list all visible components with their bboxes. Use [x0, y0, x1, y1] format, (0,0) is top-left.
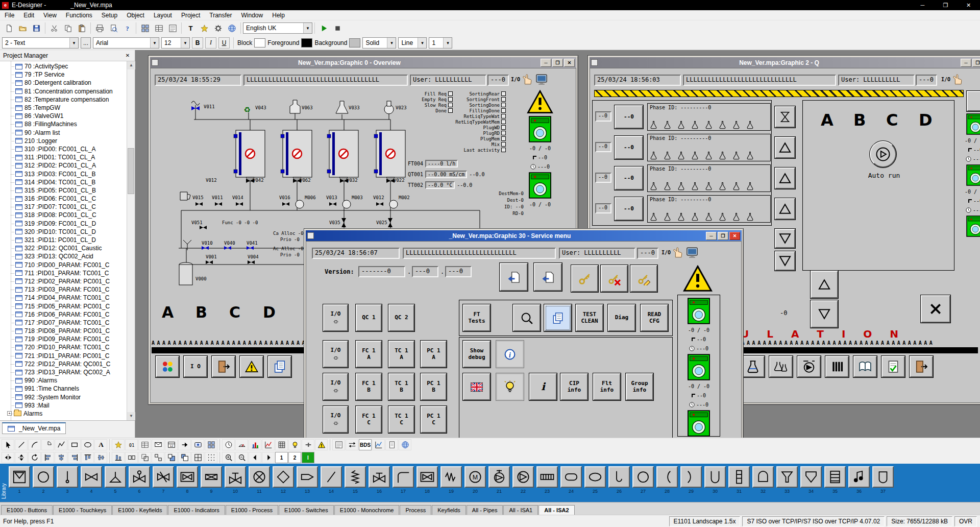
tree-item[interactable]: 86 :ValveGW1	[0, 112, 127, 120]
library-symbol-cell[interactable]: 10	[224, 466, 247, 494]
library-tab[interactable]: E1000 - Switches	[279, 505, 334, 515]
list-tool-button[interactable]	[332, 439, 345, 450]
library-tab[interactable]: E1000 - Indicators	[168, 505, 225, 515]
label-1-tool-button[interactable]: 1	[275, 452, 288, 463]
group-tool-button[interactable]	[138, 452, 151, 463]
tree-item[interactable]: 991 :Time Channels	[0, 385, 127, 393]
rect-tool-button[interactable]	[68, 439, 81, 450]
help-button[interactable]: ?	[120, 22, 134, 34]
tree-item[interactable]: 90 :Alarm list	[0, 129, 127, 137]
phase-select-button[interactable]: --0	[615, 197, 643, 221]
beaker-screen-button[interactable]	[741, 356, 765, 377]
library-symbol-cell[interactable]: 2	[32, 466, 55, 494]
loop-button[interactable]: QC 2	[388, 304, 414, 331]
tree-item[interactable]: 317 :PID07: TC001_CL_C	[0, 203, 127, 211]
page-export-button[interactable]	[500, 263, 528, 291]
tree-item[interactable]: 321 :PID11: PC001_CL_D	[0, 236, 127, 244]
tree-item[interactable]: 81 :Concentration compensation	[0, 87, 127, 95]
block-color-swatch[interactable]	[254, 38, 265, 47]
library-symbol-cell[interactable]: 36	[848, 466, 870, 494]
menu-item-layout[interactable]: Layout	[149, 11, 177, 20]
keyx-button[interactable]	[601, 265, 628, 292]
diagram-tool-button[interactable]	[372, 439, 385, 450]
tree-item[interactable]: 712 :PID02_PARAM: PC001_C	[0, 277, 127, 285]
menu-item-view[interactable]: View	[39, 11, 61, 20]
tree-item[interactable]: 319 :PID09: FC001_CL_D	[0, 220, 127, 228]
service-button[interactable]: Flt info	[593, 373, 621, 400]
tree-item[interactable]: 310 :PID00: FC001_CL_A	[0, 145, 127, 153]
service-button[interactable]: i	[529, 373, 557, 400]
library-tab[interactable]: E1000 - Monochrome	[334, 505, 400, 515]
phase-step-button[interactable]	[775, 198, 795, 220]
library-symbol-cell[interactable]: 28	[656, 466, 678, 494]
library-symbol-cell[interactable]: 6	[128, 466, 151, 494]
bar-tool-button[interactable]	[249, 439, 261, 450]
blank-button[interactable]	[967, 91, 980, 111]
app-minimize-button[interactable]: ─	[911, 0, 934, 10]
library-symbol-cell[interactable]: 30	[704, 466, 726, 494]
page-export-button[interactable]	[534, 263, 562, 291]
print-button[interactable]	[93, 22, 106, 34]
align-top-tool-button[interactable]	[81, 452, 94, 463]
flip-h-tool-button[interactable]	[2, 452, 14, 463]
save-button[interactable]	[30, 22, 43, 34]
tree-item[interactable]: 210 :Logger	[0, 137, 127, 145]
align-middle-tool-button[interactable]	[94, 452, 107, 463]
palette-screen-button[interactable]	[156, 356, 179, 377]
line-tool-button[interactable]	[15, 439, 28, 450]
scroll-thumb[interactable]	[128, 148, 134, 194]
door-screen-button[interactable]	[212, 356, 235, 377]
magnify-button[interactable]	[513, 304, 541, 331]
library-symbol-cell[interactable]: 14	[320, 466, 342, 494]
io-indicator[interactable]: I/O	[941, 74, 963, 85]
io-button[interactable]: I/O	[323, 406, 348, 433]
same-size-tool-button[interactable]	[125, 452, 138, 463]
menu-item-object[interactable]: Object	[122, 11, 149, 20]
library-symbol-cell[interactable]: 22	[512, 466, 534, 494]
library-symbol-cell[interactable]: 37	[872, 466, 894, 494]
phase-select-button[interactable]: --0	[615, 136, 643, 159]
foreground-color-swatch[interactable]	[301, 38, 312, 47]
trend-tool-button[interactable]	[262, 439, 275, 450]
cut-button[interactable]	[47, 22, 61, 34]
tree-item[interactable]: 716 :PID06_PARAM: FC001_C	[0, 310, 127, 319]
library-tab[interactable]: All - Pipes	[467, 505, 503, 515]
io-indicator[interactable]: I/O	[511, 74, 532, 85]
background-color-swatch[interactable]	[349, 38, 360, 47]
line-style-select[interactable]: Line	[398, 37, 427, 49]
menu-item-file[interactable]: File	[0, 11, 19, 20]
library-symbol-cell[interactable]: 9	[200, 466, 223, 494]
library-symbol-cell[interactable]: 19	[440, 466, 462, 494]
tree-item[interactable]: 312 :PID02: PC001_CL_A	[0, 161, 127, 170]
tree-item[interactable]: 715 :PID05_PARAM: PC001_C	[0, 302, 127, 310]
digital-tool-button[interactable]: 01	[125, 439, 138, 450]
menu-item-edit[interactable]: Edit	[19, 11, 39, 20]
loop-button[interactable]: TC 1 A	[388, 341, 414, 368]
tree-item[interactable]: 710 :PID00_PARAM: FC001_C	[0, 261, 127, 269]
italic-button[interactable]: I	[205, 37, 216, 49]
bold-button[interactable]: B	[192, 37, 203, 49]
loop-button[interactable]: TC 1 C	[388, 406, 414, 433]
library-symbol-cell[interactable]: 8	[176, 466, 199, 494]
close-button[interactable]	[564, 59, 575, 67]
touch-tool-button[interactable]	[191, 439, 204, 450]
clock-tool-button[interactable]	[222, 439, 235, 450]
service-button[interactable]: READ CFG	[641, 304, 668, 331]
app-maximize-button[interactable]: ❐	[934, 0, 957, 10]
align-center-tool-button[interactable]	[55, 452, 67, 463]
phase-step-button[interactable]	[775, 167, 795, 189]
scroll-up-icon[interactable]: ▲	[127, 61, 135, 69]
menu-item-help[interactable]: Help	[267, 11, 289, 20]
info-circle-button[interactable]: i	[496, 341, 524, 368]
flag-uk-button[interactable]	[463, 373, 491, 400]
graphic30-title-bar[interactable]: _New_Ver.mpa:Graphic 30 - Service menu	[306, 230, 742, 241]
graphic0-title-bar[interactable]: New_Ver.mpa:Graphic 0 - Overview	[150, 57, 576, 68]
close-screen-button[interactable]	[921, 295, 950, 323]
more-button[interactable]: ...	[81, 37, 91, 49]
scroll-down-icon[interactable]: ▼	[127, 412, 135, 420]
underline-button[interactable]: U	[218, 37, 230, 49]
loop-button[interactable]: FC 1 C	[356, 406, 382, 433]
object-style-select[interactable]: 2 - Text	[2, 37, 79, 49]
keypad-tool-button[interactable]	[275, 439, 288, 450]
tree-item[interactable]: 79 :TP Service	[0, 70, 127, 79]
